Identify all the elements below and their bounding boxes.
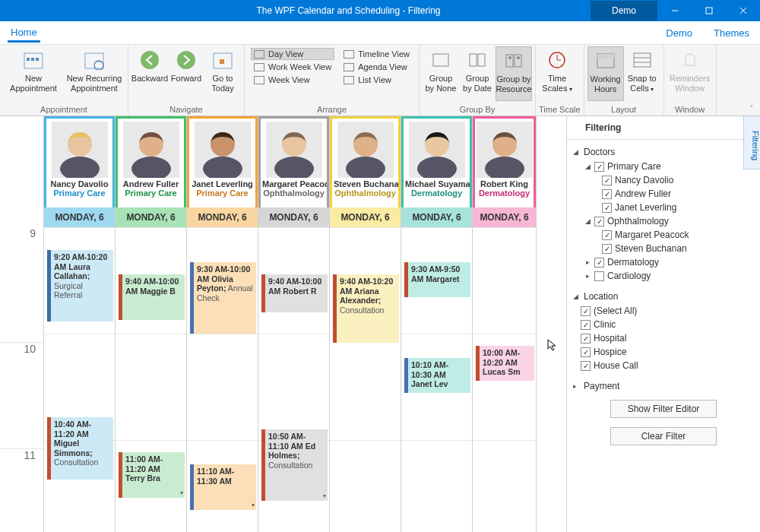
go-to-today-button[interactable]: Go to Today — [204, 46, 241, 101]
avatar — [123, 122, 179, 178]
minimize-button[interactable] — [657, 0, 692, 21]
appointment[interactable]: 9:40 AM-10:00 AM Maggie B — [119, 274, 185, 320]
appointment[interactable]: 9:40 AM-10:00 AM Robert R — [261, 274, 328, 312]
svg-rect-26 — [634, 53, 651, 67]
resource-header[interactable]: Steven Buchanan Ophthalmology — [330, 116, 401, 207]
location-section-header[interactable]: ◢Location — [573, 289, 754, 304]
location-item[interactable]: (Select All) — [573, 304, 754, 318]
day-body[interactable]: 9:40 AM-10:00 AM Robert R10:50 AM-11:10 … — [258, 227, 329, 532]
group-by-date-button[interactable]: Group by Date — [459, 46, 496, 101]
resource-header[interactable]: Nancy Davolio Primary Care — [44, 116, 115, 207]
reminders-window-button[interactable]: Reminders Window — [667, 46, 713, 101]
resource-header[interactable]: Michael Suyama Dermatology — [401, 116, 472, 207]
appointment[interactable]: 11:10 AM-11:30 AM ▾ — [190, 464, 256, 510]
close-button[interactable] — [726, 0, 760, 21]
tree-item[interactable]: Nancy Davolio — [573, 173, 754, 187]
new-appointment-button[interactable]: New Appointment — [3, 46, 64, 101]
day-body[interactable]: 9:40 AM-10:20 AM Ariana Alexander; Consu… — [330, 227, 401, 532]
location-item[interactable]: House Call — [573, 359, 754, 372]
day-body[interactable]: 9:30 AM-9:50 AM Margaret10:10 AM-10:30 A… — [401, 227, 472, 532]
clear-filter-button[interactable]: Clear Filter — [610, 427, 717, 445]
resource-column: Michael Suyama DermatologyMONDAY, 69:30 … — [401, 116, 473, 532]
resource-name: Nancy Davolio — [46, 178, 112, 188]
avatar — [266, 122, 322, 178]
day-header[interactable]: MONDAY, 6 — [401, 207, 472, 227]
demo-link[interactable]: Demo — [663, 24, 695, 43]
themes-link[interactable]: Themes — [711, 24, 752, 43]
location-item[interactable]: Clinic — [573, 318, 754, 331]
week-view-item[interactable]: Week View — [251, 74, 334, 86]
ribbon-collapse-button[interactable]: ˇ — [746, 103, 757, 114]
maximize-button[interactable] — [692, 0, 726, 21]
tree-item[interactable]: Margaret Peacock — [573, 228, 754, 242]
day-header[interactable]: MONDAY, 6 — [116, 207, 186, 227]
forward-button[interactable]: Forward — [168, 46, 204, 101]
time-slot: 9 — [0, 227, 43, 343]
appointment[interactable]: 9:30 AM-9:50 AM Margaret — [404, 262, 470, 297]
day-header[interactable]: MONDAY, 6 — [473, 207, 536, 227]
resource-header[interactable]: Andrew Fuller Primary Care — [116, 116, 186, 207]
appointment[interactable]: 10:40 AM-11:20 AM Miguel Simmons; Consul… — [47, 417, 113, 480]
day-body[interactable]: 10:00 AM-10:20 AM Lucas Sm — [473, 227, 536, 532]
day-body[interactable]: 9:20 AM-10:20 AM Laura Callahan; Surgica… — [44, 227, 115, 532]
resource-specialty: Ophthalmology — [261, 188, 327, 198]
tree-item[interactable]: Andrew Fuller — [573, 187, 754, 201]
backward-button[interactable]: Backward — [131, 46, 168, 101]
avatar — [195, 122, 251, 178]
time-column: 91011 — [0, 116, 44, 532]
day-header[interactable]: MONDAY, 6 — [330, 207, 401, 227]
new-recurring-appointment-button[interactable]: New Recurring Appointment — [64, 46, 125, 101]
snap-to-cells-button[interactable]: Snap to Cells — [624, 46, 660, 101]
resource-specialty: Ophthalmology — [332, 188, 398, 198]
filtering-side-tab[interactable]: Filtering — [743, 116, 760, 169]
tree-item[interactable]: Steven Buchanan — [573, 242, 754, 255]
location-item[interactable]: Hospice — [573, 345, 754, 359]
ribbon-group-timescale: Time Scale — [539, 104, 581, 116]
titlebar: The WPF Calendar and Scheduling - Filter… — [0, 0, 760, 21]
day-body[interactable]: 9:30 AM-10:00 AM Olivia Peyton; Annual C… — [187, 227, 258, 532]
appointment[interactable]: 9:30 AM-10:00 AM Olivia Peyton; Annual C… — [190, 262, 256, 334]
appointment[interactable]: 10:10 AM-10:30 AM Janet Lev — [404, 358, 470, 393]
timeline-view-item[interactable]: Timeline View — [340, 48, 413, 60]
show-filter-editor-button[interactable]: Show Filter Editor — [610, 400, 717, 418]
group-by-none-button[interactable]: Group by None — [423, 46, 459, 101]
svg-rect-14 — [433, 54, 448, 66]
cardiology-node[interactable]: ▸Cardiology — [573, 269, 754, 283]
tab-home[interactable]: Home — [8, 23, 40, 43]
doctors-section-header[interactable]: ◢Doctors — [573, 144, 754, 160]
resource-header[interactable]: Margaret Peacock Ophthalmology — [258, 116, 329, 207]
payment-section-header[interactable]: ▸Payment — [573, 378, 754, 394]
primary-care-node[interactable]: ◢Primary Care — [573, 160, 754, 173]
list-view-item[interactable]: List View — [340, 74, 413, 86]
group-by-resource-button[interactable]: Group by Resource — [496, 46, 532, 101]
svg-point-10 — [141, 51, 159, 69]
svg-rect-6 — [31, 58, 34, 61]
location-item[interactable]: Hospital — [573, 331, 754, 345]
work-week-view-item[interactable]: Work Week View — [251, 61, 334, 73]
day-header[interactable]: MONDAY, 6 — [258, 207, 329, 227]
appointment[interactable]: 11:00 AM-11:20 AM Terry Bra▾ — [119, 452, 185, 498]
resource-column: Steven Buchanan OphthalmologyMONDAY, 69:… — [330, 116, 401, 532]
resource-name: Margaret Peacock — [261, 178, 327, 188]
day-header[interactable]: MONDAY, 6 — [187, 207, 258, 227]
day-view-item[interactable]: Day View — [251, 48, 334, 60]
tree-item[interactable]: Janet Leverling — [573, 201, 754, 214]
appointment[interactable]: 10:50 AM-11:10 AM Ed Holmes; Consultatio… — [261, 429, 328, 501]
working-hours-button[interactable]: Working Hours — [587, 46, 624, 101]
appointment[interactable]: 9:20 AM-10:20 AM Laura Callahan; Surgica… — [47, 250, 113, 321]
resource-column: Janet Leverling Primary CareMONDAY, 69:3… — [187, 116, 258, 532]
filter-panel-title: Filtering — [567, 119, 760, 140]
resource-header[interactable]: Robert King Dermatology — [473, 116, 536, 207]
resource-name: Steven Buchanan — [332, 178, 398, 188]
calendar-pane: 91011 Nancy Davolio Primary CareMONDAY, … — [0, 116, 566, 532]
appointment[interactable]: 10:00 AM-10:20 AM Lucas Sm — [476, 346, 534, 381]
time-scales-button[interactable]: Time Scales — [539, 46, 575, 101]
ophthalmology-node[interactable]: ◢Ophthalmology — [573, 214, 754, 228]
agenda-view-item[interactable]: Agenda View — [340, 61, 413, 73]
dermatology-node[interactable]: ▸Dermatology — [573, 255, 754, 269]
day-body[interactable]: 9:40 AM-10:00 AM Maggie B11:00 AM-11:20 … — [116, 227, 186, 532]
appointment[interactable]: 9:40 AM-10:20 AM Ariana Alexander; Consu… — [333, 274, 399, 343]
day-header[interactable]: MONDAY, 6 — [44, 207, 115, 227]
resource-header[interactable]: Janet Leverling Primary Care — [187, 116, 258, 207]
window-title: The WPF Calendar and Scheduling - Filter… — [106, 5, 591, 16]
